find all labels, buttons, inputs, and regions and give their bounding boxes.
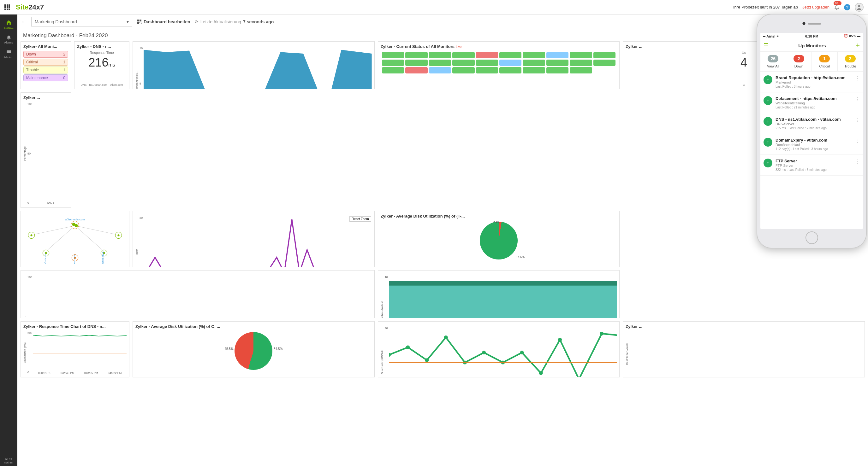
status-cell[interactable] bbox=[523, 52, 545, 58]
status-cell[interactable] bbox=[570, 60, 592, 66]
svg-text:w3schools.com: w3schools.com bbox=[65, 218, 85, 221]
status-cell[interactable] bbox=[546, 52, 568, 58]
dashboard-selector[interactable]: Marketing Dashboard ...▾ bbox=[31, 17, 132, 27]
card-title: Zylker - Current Status of All MonitorsL… bbox=[381, 44, 617, 49]
phone-home-button[interactable] bbox=[806, 231, 818, 244]
sidebar-clock: 04:29 nachm. bbox=[2, 456, 16, 466]
status-cell[interactable] bbox=[476, 67, 498, 73]
status-row[interactable]: Critical1 bbox=[23, 59, 68, 66]
back-arrow-icon[interactable]: ← bbox=[21, 19, 27, 25]
sidebar-item-start[interactable]: Starts... bbox=[0, 17, 18, 32]
status-cell[interactable] bbox=[452, 60, 474, 66]
up-status-icon: ↑ bbox=[764, 138, 772, 146]
card-col5-row4: Zylker ... Festplatten-Ausla... bbox=[623, 321, 865, 377]
monitor-list[interactable]: ↑Brand Reputation - http://vtitan.comMar… bbox=[761, 72, 863, 229]
status-cell[interactable] bbox=[593, 60, 616, 66]
status-cell[interactable] bbox=[593, 52, 616, 58]
sidebar-item-admin[interactable]: Admin... bbox=[0, 47, 18, 62]
chart-plot[interactable] bbox=[33, 275, 372, 318]
more-icon[interactable]: ⋮ bbox=[855, 96, 860, 102]
more-icon[interactable]: ⋮ bbox=[855, 138, 860, 144]
status-cell[interactable] bbox=[523, 60, 545, 66]
sidebar-item-label: Alarme bbox=[4, 41, 13, 44]
status-cell[interactable] bbox=[523, 67, 545, 73]
svg-point-0 bbox=[858, 5, 861, 7]
pie-label: 45.5% bbox=[224, 347, 233, 351]
status-cell[interactable] bbox=[476, 52, 498, 58]
svg-rect-2 bbox=[137, 20, 139, 22]
status-cell[interactable] bbox=[499, 52, 521, 58]
help-icon[interactable]: ? bbox=[844, 4, 850, 10]
chart-plot[interactable] bbox=[144, 46, 372, 89]
status-cell[interactable] bbox=[405, 67, 427, 73]
left-sidebar: Starts... Alarme Admin... 04:29 nachm. bbox=[0, 14, 18, 466]
chart-plot[interactable] bbox=[33, 102, 68, 201]
card-dns-response: Zylker - DNS - n... Response Time 216ms … bbox=[74, 41, 129, 89]
status-cell[interactable] bbox=[382, 60, 404, 66]
more-icon[interactable]: ⋮ bbox=[855, 75, 860, 81]
topology-plot[interactable]: w3schools.com GE-w3 bbox=[23, 216, 127, 264]
svg-rect-3 bbox=[140, 20, 142, 22]
svg-rect-4 bbox=[137, 22, 139, 24]
pie-chart[interactable]: 2.4% 97.6% bbox=[480, 222, 518, 260]
card-title: Zylker- All Moni... bbox=[23, 44, 68, 49]
status-row[interactable]: Trouble1 bbox=[23, 67, 68, 73]
status-cell[interactable] bbox=[452, 52, 474, 58]
svg-point-43 bbox=[539, 371, 542, 375]
counter-view-all[interactable]: 26View All bbox=[761, 52, 786, 71]
status-cell[interactable] bbox=[546, 60, 568, 66]
counter-critical[interactable]: 1Critical bbox=[812, 52, 838, 71]
monitor-item[interactable]: ↑DomainExpiry - vtitan.comDomänenablauf1… bbox=[761, 134, 863, 155]
add-icon[interactable]: + bbox=[856, 41, 860, 49]
status-cell[interactable] bbox=[499, 67, 521, 73]
more-icon[interactable]: ⋮ bbox=[855, 159, 860, 165]
svg-text:NS-w3schools.com: NS-w3schools.com bbox=[73, 255, 76, 264]
chart-plot[interactable] bbox=[389, 326, 617, 377]
status-cell[interactable] bbox=[452, 67, 474, 73]
status-cell[interactable] bbox=[405, 52, 427, 58]
metric-value: 216ms bbox=[77, 56, 127, 69]
y-ticks: 100500 bbox=[27, 102, 33, 205]
status-row[interactable]: Down2 bbox=[23, 51, 68, 58]
status-cell[interactable] bbox=[476, 60, 498, 66]
status-cell[interactable] bbox=[405, 60, 427, 66]
apps-grid-icon[interactable] bbox=[4, 4, 10, 10]
user-avatar[interactable] bbox=[855, 3, 864, 12]
counter-down[interactable]: 2Down bbox=[786, 52, 812, 71]
hamburger-icon[interactable]: ☰ bbox=[764, 42, 769, 49]
status-cell[interactable] bbox=[499, 60, 521, 66]
reset-zoom-button[interactable]: Reset Zoom bbox=[349, 216, 371, 222]
chart-plot[interactable]: Reset Zoom bbox=[144, 215, 372, 267]
pie-chart[interactable]: 45.5% 54.5% bbox=[235, 332, 272, 370]
edit-dashboard-button[interactable]: Dashboard bearbeiten bbox=[137, 19, 190, 24]
monitor-item[interactable]: ↑FTP ServerFTP-Server322 ms . Last Polle… bbox=[761, 155, 863, 176]
status-cell[interactable] bbox=[570, 67, 592, 73]
status-row[interactable]: Maintenance0 bbox=[23, 74, 68, 81]
sidebar-item-alarms[interactable]: Alarme bbox=[0, 32, 18, 47]
monitor-item[interactable]: ↑DNS - ns1.vtitan.com - vtitan.comDNS-Se… bbox=[761, 113, 863, 134]
x-ticks: 03h:2 bbox=[33, 201, 68, 205]
monitor-item[interactable]: ↑Defacement - https://vtitan.comWebsitee… bbox=[761, 92, 863, 113]
chart-plot[interactable] bbox=[33, 331, 127, 371]
counter-trouble[interactable]: 2Trouble bbox=[838, 52, 863, 71]
last-refresh[interactable]: ⟳ Letzte Aktualisierung 7 seconds ago bbox=[195, 19, 274, 24]
upgrade-link[interactable]: Jetzt upgraden bbox=[802, 5, 830, 9]
status-cell[interactable] bbox=[429, 67, 451, 73]
y-axis-label: Festplatten-Ausla... bbox=[626, 331, 629, 374]
y-axis-label: Percentage bbox=[23, 102, 27, 205]
chart-plot[interactable] bbox=[389, 275, 617, 318]
card-dns-rt: Zylker - Response Time Chart of DNS - n.… bbox=[21, 321, 129, 377]
status-cell-grid bbox=[381, 51, 617, 75]
monitor-item[interactable]: ↑Brand Reputation - http://vtitan.comMar… bbox=[761, 72, 863, 92]
status-cell[interactable] bbox=[382, 52, 404, 58]
notifications-icon[interactable]: 99+ bbox=[834, 4, 840, 10]
status-cell[interactable] bbox=[546, 67, 568, 73]
more-icon[interactable]: ⋮ bbox=[855, 117, 860, 123]
status-cell[interactable] bbox=[429, 52, 451, 58]
status-cell[interactable] bbox=[570, 52, 592, 58]
sidebar-item-label: Admin... bbox=[3, 56, 14, 59]
status-cell[interactable] bbox=[382, 67, 404, 73]
svg-text:WEBSITEDEFAC...: WEBSITEDEFAC... bbox=[102, 250, 104, 264]
svg-point-37 bbox=[425, 358, 429, 362]
status-cell[interactable] bbox=[429, 60, 451, 66]
